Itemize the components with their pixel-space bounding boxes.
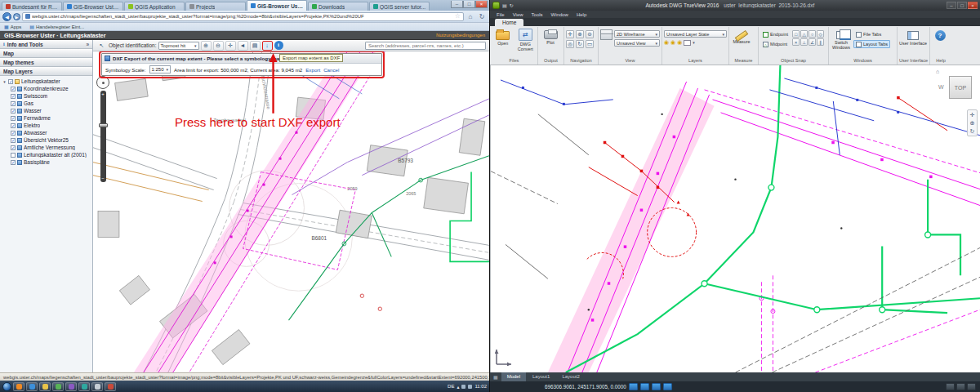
tray-expand-icon[interactable]: ▴ xyxy=(457,384,459,390)
bookmark-star-icon[interactable]: ☆ xyxy=(455,13,461,20)
viewcube-west-label[interactable]: W xyxy=(938,84,944,90)
visual-style-select[interactable]: 2D Wireframe▾ xyxy=(614,30,660,38)
scale-select[interactable]: 1:250▾ xyxy=(149,65,172,74)
orbit-icon[interactable]: ↻ xyxy=(576,40,584,48)
layer-color-swatch[interactable] xyxy=(684,40,691,46)
status-toggle[interactable] xyxy=(629,383,638,390)
drawing-area[interactable]: ⌂ W TOP ✛ ⊕ ↻ xyxy=(490,65,980,372)
zoom-in-icon[interactable]: ⊕ xyxy=(576,30,584,38)
snap-parallel-icon[interactable]: ∥ xyxy=(817,38,824,46)
terms-link[interactable]: Nutzungsbedingungen xyxy=(436,33,485,38)
snap-midpoint-icon[interactable]: △ xyxy=(800,30,808,38)
tab-layout1[interactable]: Layout1 xyxy=(527,372,555,381)
bookmark-apps[interactable]: ▦Apps xyxy=(4,24,21,29)
checkbox[interactable]: ✓ xyxy=(11,101,16,106)
zoom-in-icon[interactable]: ⊕ xyxy=(201,41,212,51)
checkbox[interactable]: ✓ xyxy=(11,116,16,121)
close-button[interactable]: × xyxy=(475,1,488,8)
layer-item[interactable]: ✓Gas xyxy=(2,100,92,107)
qat-undo-icon[interactable]: ↻ xyxy=(510,2,514,8)
browser-tab-active[interactable]: GIS-Browser Uster... xyxy=(247,0,307,11)
tab-home[interactable]: Home xyxy=(495,19,523,26)
snap-center-icon[interactable]: ○ xyxy=(808,30,816,38)
snap-perpendicular-icon[interactable]: ⊥ xyxy=(800,38,808,46)
layer-item[interactable]: Leitungskataster alt (2001) xyxy=(2,151,92,158)
browser-tab-2[interactable]: GIS-Browser Uster... xyxy=(63,2,123,11)
map-canvas[interactable]: Zeughausareal Buchholzstrasse B5793 B680… xyxy=(93,51,489,372)
pan-icon[interactable]: ✛ xyxy=(970,111,975,118)
browser-tab-3[interactable]: QGIS Application xyxy=(124,2,185,11)
layer-item[interactable]: ✓Basispläne xyxy=(2,158,92,166)
dwg-convert-button[interactable]: ⇄DWG Convert xyxy=(515,28,537,51)
language-indicator[interactable]: DE xyxy=(448,384,454,389)
home-icon[interactable]: ⌂ xyxy=(466,13,475,20)
layer-item[interactable]: ✓Abwasser xyxy=(2,129,92,136)
layer-item[interactable]: ✓Elektro xyxy=(2,122,92,129)
checkbox[interactable]: ✓ xyxy=(11,131,16,136)
tray-icon[interactable] xyxy=(461,385,466,389)
pan-compass[interactable] xyxy=(96,76,109,89)
tray-icon[interactable] xyxy=(468,385,472,389)
taskbar-app-icon[interactable] xyxy=(78,382,90,391)
menu-tools[interactable]: Tools xyxy=(532,12,543,17)
checkbox[interactable]: ✓ xyxy=(8,79,13,84)
snap-intersection-icon[interactable]: × xyxy=(792,38,800,46)
plot-button[interactable]: Plot xyxy=(540,28,561,45)
zoom-out-icon[interactable]: − xyxy=(100,175,106,182)
orbit-icon[interactable]: ↻ xyxy=(970,127,975,135)
layer-freeze-icon[interactable]: ◉ xyxy=(670,39,675,46)
layer-item[interactable]: ✓Wasser xyxy=(2,107,92,114)
menu-help[interactable]: Help xyxy=(577,12,586,17)
status-icon[interactable] xyxy=(967,383,976,390)
zoom-extents-icon[interactable]: ◎ xyxy=(566,40,574,48)
layer-lock-icon[interactable]: ◉ xyxy=(677,39,682,46)
zoom-out-icon[interactable]: ⊖ xyxy=(586,30,594,38)
export-button[interactable]: Export xyxy=(305,67,320,73)
zoom-window-icon[interactable]: ▭ xyxy=(586,40,594,48)
tab-model[interactable]: Model xyxy=(501,372,526,381)
checkbox[interactable]: ✓ xyxy=(11,160,16,165)
search-input[interactable] xyxy=(365,42,486,50)
tab-layout2[interactable]: Layout2 xyxy=(556,372,585,381)
browser-tab-6[interactable]: Downloads xyxy=(308,2,368,11)
status-icon[interactable] xyxy=(946,383,955,390)
refresh-icon[interactable]: ↻ xyxy=(477,13,487,20)
previous-view-icon[interactable]: ◄ xyxy=(238,41,248,51)
checkbox[interactable]: ✓ xyxy=(11,87,16,91)
status-toggle[interactable] xyxy=(652,383,661,390)
viewcube-home-icon[interactable]: ⌂ xyxy=(936,69,939,74)
sidebar-section-map[interactable]: Map xyxy=(0,49,92,58)
layout-tabs-button[interactable]: Layout Tabs xyxy=(853,40,890,48)
minimize-button[interactable]: – xyxy=(451,1,463,8)
checkbox[interactable]: ✓ xyxy=(11,145,16,150)
switch-windows-button[interactable]: Switch Windows xyxy=(831,28,852,50)
snap-quadrant-icon[interactable]: ◇ xyxy=(817,30,824,38)
taskbar-app-icon[interactable] xyxy=(105,382,116,391)
snap-node-icon[interactable]: □ xyxy=(792,30,800,38)
cancel-button[interactable]: Cancel xyxy=(323,67,339,73)
layer-state-select[interactable]: Unsaved Layer State▾ xyxy=(664,30,727,38)
close-button[interactable]: × xyxy=(968,2,978,9)
measure-button[interactable]: Measure xyxy=(731,28,752,44)
viewcube[interactable]: ⌂ W TOP xyxy=(936,69,973,104)
status-toggle[interactable] xyxy=(663,383,672,390)
status-toggle[interactable] xyxy=(640,383,649,390)
dwg-canvas[interactable] xyxy=(491,65,980,372)
named-view-select[interactable]: Unsaved View▾ xyxy=(614,39,660,47)
expander-icon[interactable]: ▾ xyxy=(2,79,7,84)
taskbar-app-icon[interactable] xyxy=(26,382,38,391)
print-icon[interactable]: ▤ xyxy=(250,41,261,51)
zoom-out-icon[interactable]: ⊖ xyxy=(213,41,224,51)
browser-tab-4[interactable]: Projects xyxy=(185,2,246,11)
layer-item[interactable]: ✓Fernwärme xyxy=(2,114,92,122)
zoom-slider-handle[interactable] xyxy=(99,123,108,127)
pan-icon[interactable]: ✛ xyxy=(566,30,574,38)
info-icon[interactable]: i xyxy=(274,41,283,50)
bookmark-handelsregister[interactable]: ▤Handelsregister Eint... xyxy=(29,24,84,29)
midpoint-snap-button[interactable]: △Midpoint xyxy=(760,40,791,48)
checkbox[interactable]: ✓ xyxy=(11,94,16,99)
layer-item[interactable]: ✓Swisscom xyxy=(2,92,92,100)
layer-item[interactable]: ✓Amtliche Vermessung xyxy=(2,144,92,151)
taskbar-app-icon[interactable] xyxy=(13,382,24,391)
taskbar-app-icon[interactable] xyxy=(65,382,77,391)
